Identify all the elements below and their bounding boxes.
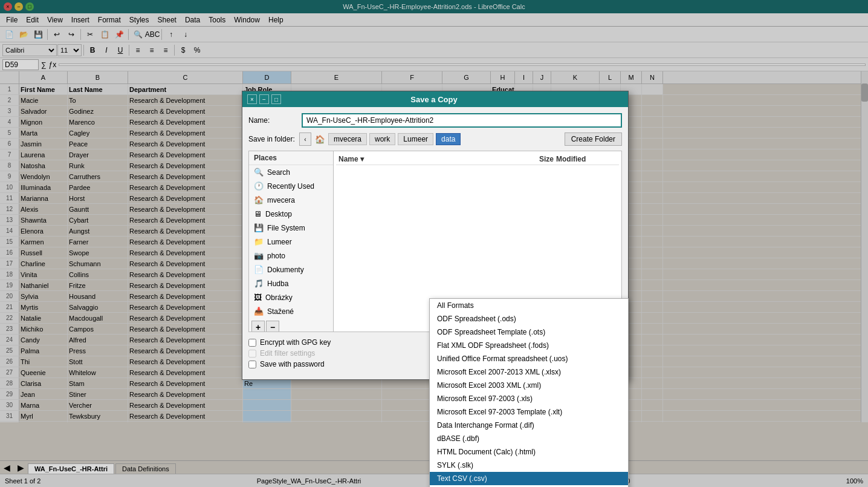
format-item[interactable]: dBASE (.dbf) [430, 432, 628, 445]
path-crumb-data[interactable]: data [436, 133, 461, 145]
places-item-desktop[interactable]: 🖥 Desktop [249, 207, 333, 221]
places-label-desktop: Desktop [265, 210, 292, 218]
col-name-header[interactable]: Name ▾ [338, 155, 509, 163]
places-item-photo[interactable]: 📷 photo [249, 249, 333, 263]
dialog-close-button[interactable]: × [247, 94, 257, 104]
places-label-photo: photo [267, 252, 285, 260]
places-item-recently-used[interactable]: 🕐 Recently Used [249, 179, 333, 193]
stazene-icon: 📥 [254, 307, 264, 316]
places-header: Places [249, 151, 333, 165]
save-in-label: Save in folder: [248, 135, 297, 143]
places-item-hudba[interactable]: 🎵 Hudba [249, 276, 333, 290]
format-item[interactable]: ODF Spreadsheet Template (.ots) [430, 325, 628, 339]
dialog-path-row: Save in folder: ‹ 🏠 mvecera work Lumeer … [248, 132, 622, 146]
format-item[interactable]: Microsoft Excel 97-2003 Template (.xlt) [430, 405, 628, 419]
filesystem-icon: 💾 [254, 223, 264, 232]
col-modified-header[interactable]: Modified [556, 155, 617, 163]
places-item-filesystem[interactable]: 💾 File System [249, 221, 333, 235]
format-item[interactable]: HTML Document (Calc) (.html) [430, 445, 628, 459]
places-label-lumeer: Lumeer [267, 238, 292, 246]
places-label-dokumenty: Dokumenty [267, 266, 304, 274]
path-crumb-mvecera[interactable]: mvecera [328, 133, 367, 145]
filter-label: Edit filter settings [260, 349, 315, 358]
path-back-button[interactable]: ‹ [299, 132, 311, 146]
places-item-search[interactable]: 🔍 Search [249, 165, 333, 179]
filename-input[interactable] [302, 113, 622, 128]
places-item-lumeer[interactable]: 📁 Lumeer [249, 235, 333, 249]
search-icon: 🔍 [254, 168, 264, 177]
format-item[interactable]: Microsoft Excel 2003 XML (.xml) [430, 379, 628, 392]
format-item[interactable]: ODF Spreadsheet (.ods) [430, 312, 628, 325]
panel-controls: + − [249, 318, 333, 332]
encrypt-checkbox[interactable] [248, 339, 256, 347]
dialog-max-button[interactable]: □ [271, 94, 281, 104]
dialog-name-row: Name: [248, 113, 622, 128]
filter-checkbox[interactable] [248, 350, 256, 358]
path-home-button[interactable]: 🏠 [314, 132, 326, 146]
col-size-header[interactable]: Size [511, 155, 554, 163]
photo-icon: 📷 [254, 251, 264, 260]
password-checkbox[interactable] [248, 361, 256, 368]
lumeer-icon: 📁 [254, 237, 264, 246]
places-item-dokumenty[interactable]: 📄 Dokumenty [249, 263, 333, 276]
format-item[interactable]: Flat XML ODF Spreadsheet (.fods) [430, 339, 628, 352]
dokumenty-icon: 📄 [254, 265, 264, 274]
places-label-filesystem: File System [267, 224, 305, 232]
places-label-stazene: Stažené [267, 307, 294, 316]
format-item[interactable]: Unified Office Format spreadsheet (.uos) [430, 352, 628, 365]
format-item[interactable]: SYLK (.slk) [430, 459, 628, 472]
format-item[interactable]: Data Interchange Format (.dif) [430, 419, 628, 432]
places-item-mvecera[interactable]: 🏠 mvecera [249, 193, 333, 207]
places-label-hudba: Hudba [267, 279, 288, 288]
places-item-obrazky[interactable]: 🖼 Obrázky [249, 290, 333, 304]
home-icon: 🏠 [254, 195, 264, 204]
name-label: Name: [248, 116, 297, 125]
places-item-stazene[interactable]: 📥 Stažené [249, 304, 333, 318]
format-item[interactable]: All Formats [430, 299, 628, 312]
dialog-min-button[interactable]: − [259, 94, 269, 104]
format-item[interactable]: Microsoft Excel 2007-2013 XML (.xlsx) [430, 365, 628, 379]
format-item[interactable]: Microsoft Excel 97-2003 (.xls) [430, 392, 628, 405]
dialog-title-bar: × − □ Save a Copy [242, 91, 628, 107]
file-panel-header: Name ▾ Size Modified [336, 154, 619, 165]
recently-used-icon: 🕐 [254, 181, 264, 191]
path-crumb-lumeer[interactable]: Lumeer [398, 133, 433, 145]
encrypt-label[interactable]: Encrypt with GPG key [260, 338, 331, 347]
places-label-search: Search [267, 168, 290, 177]
obrazky-icon: 🖼 [254, 293, 262, 302]
format-item[interactable]: Text CSV (.csv) [430, 472, 628, 485]
dialog-title: Save a Copy [410, 95, 457, 104]
places-label-obrazky: Obrázky [265, 293, 293, 302]
desktop-icon: 🖥 [254, 209, 262, 218]
remove-place-button[interactable]: − [266, 321, 279, 332]
hudba-icon: 🎵 [254, 279, 264, 288]
places-panel: Places 🔍 Search 🕐 Recently Used 🏠 mvecer… [249, 151, 334, 332]
add-place-button[interactable]: + [251, 321, 265, 332]
path-crumb-work[interactable]: work [369, 133, 395, 145]
dialog-title-buttons[interactable]: × − □ [247, 94, 281, 104]
create-folder-button[interactable]: Create Folder [565, 132, 622, 146]
places-label-mvecera: mvecera [267, 196, 295, 204]
format-dropdown: All FormatsODF Spreadsheet (.ods)ODF Spr… [429, 298, 629, 487]
password-label[interactable]: Save with password [260, 360, 325, 368]
places-label-recently-used: Recently Used [267, 182, 314, 191]
